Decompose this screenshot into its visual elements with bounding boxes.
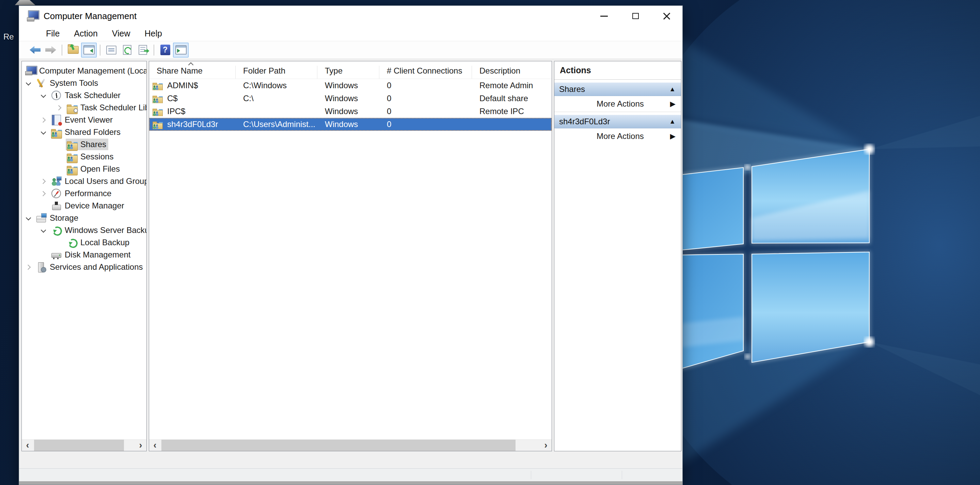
chevron-collapsed-icon[interactable] bbox=[41, 179, 46, 184]
close-button[interactable] bbox=[651, 6, 682, 26]
scroll-left-icon[interactable]: ‹ bbox=[22, 440, 33, 451]
tree-item-shared-folders[interactable]: Shared Folders bbox=[22, 126, 146, 138]
back-button[interactable] bbox=[27, 43, 43, 57]
chevron-expanded-icon[interactable] bbox=[41, 228, 46, 233]
scroll-left-icon[interactable]: ‹ bbox=[149, 440, 161, 451]
tree-item-task-scheduler[interactable]: Task Scheduler bbox=[22, 89, 146, 102]
menu-file[interactable]: File bbox=[39, 26, 67, 41]
actions-divider bbox=[554, 112, 681, 112]
minimize-button[interactable] bbox=[589, 6, 620, 26]
up-one-level-button[interactable] bbox=[65, 43, 81, 57]
tree-item-sessions[interactable]: Sessions bbox=[22, 151, 146, 163]
chevron-expanded-icon[interactable] bbox=[26, 81, 31, 86]
forward-icon bbox=[45, 46, 56, 54]
chevron-expanded-icon[interactable] bbox=[26, 216, 31, 221]
chevron-expanded-icon[interactable] bbox=[41, 130, 46, 135]
export-list-button[interactable] bbox=[135, 43, 151, 57]
recycle-bin-label[interactable]: Re bbox=[3, 32, 14, 41]
list-header: Share Name Folder Path Type # Client Con… bbox=[149, 61, 552, 79]
minimize-icon bbox=[600, 16, 608, 17]
tree-item-device-manager[interactable]: Device Manager bbox=[22, 200, 146, 212]
column-header-share-name[interactable]: Share Name bbox=[149, 66, 235, 79]
back-icon bbox=[30, 46, 41, 54]
refresh-button[interactable] bbox=[119, 43, 135, 57]
maximize-icon bbox=[632, 13, 639, 19]
properties-icon bbox=[106, 46, 116, 54]
tree-item-services-and-applications[interactable]: Services and Applications bbox=[22, 261, 146, 273]
chevron-placeholder bbox=[57, 240, 62, 245]
chevron-collapsed-icon[interactable] bbox=[26, 265, 31, 270]
computer-icon bbox=[25, 65, 36, 76]
window-bottom-edge bbox=[19, 481, 682, 485]
column-header-type[interactable]: Type bbox=[317, 66, 379, 79]
work-area: Computer Management (Local System Tools … bbox=[19, 59, 682, 468]
recycle-bin-icon-top[interactable] bbox=[13, 0, 37, 5]
share-row-sh4r3df0ld3r[interactable]: sh4r3dF0Ld3r C:\Users\Administ... Window… bbox=[149, 118, 552, 131]
list-horizontal-scrollbar[interactable]: ‹ › bbox=[149, 439, 552, 451]
show-hide-console-tree-button[interactable] bbox=[81, 43, 97, 57]
tree-item-disk-management[interactable]: Disk Management bbox=[22, 249, 146, 261]
share-row-ipc[interactable]: IPC$ Windows 0 Remote IPC bbox=[149, 105, 552, 118]
scroll-right-icon[interactable]: › bbox=[540, 440, 552, 451]
task-scheduler-icon bbox=[51, 90, 62, 101]
local-backup-icon bbox=[67, 237, 77, 248]
chevron-collapsed-icon[interactable] bbox=[41, 118, 46, 122]
windows-server-backup-icon bbox=[51, 225, 62, 236]
column-header-client-connections[interactable]: # Client Connections bbox=[379, 66, 472, 79]
chevron-collapsed-icon[interactable] bbox=[41, 191, 46, 196]
chevron-expanded-icon[interactable] bbox=[41, 93, 46, 98]
action-pane-icon bbox=[175, 45, 186, 54]
share-row-admin[interactable]: ADMIN$ C:\Windows Windows 0 Remote Admin bbox=[149, 79, 552, 92]
tree-horizontal-scrollbar[interactable]: ‹ › bbox=[22, 439, 146, 451]
menu-view[interactable]: View bbox=[105, 26, 138, 41]
local-users-and-groups-icon bbox=[51, 176, 62, 187]
sort-ascending-icon bbox=[188, 62, 193, 66]
tree-item-performance[interactable]: Performance bbox=[22, 187, 146, 200]
actions-group-sh4r3df0ld3r[interactable]: sh4r3dF0Ld3r ▲ bbox=[554, 115, 681, 129]
show-hide-action-pane-button[interactable] bbox=[173, 43, 189, 57]
tree-item-windows-server-backup[interactable]: Windows Server Backup bbox=[22, 224, 146, 236]
tree-item-system-tools[interactable]: System Tools bbox=[22, 77, 146, 89]
column-header-description[interactable]: Description bbox=[472, 66, 552, 79]
shares-more-actions[interactable]: More Actions ▶ bbox=[554, 96, 681, 112]
menu-action[interactable]: Action bbox=[67, 26, 105, 41]
scrollbar-thumb[interactable] bbox=[34, 440, 124, 451]
actions-group-shares[interactable]: Shares ▲ bbox=[554, 83, 681, 96]
menu-help[interactable]: Help bbox=[138, 26, 169, 41]
maximize-button[interactable] bbox=[620, 6, 651, 26]
chevron-collapsed-icon[interactable] bbox=[57, 105, 62, 110]
collapse-group-icon[interactable]: ▲ bbox=[669, 86, 676, 93]
collapse-group-icon[interactable]: ▲ bbox=[669, 118, 676, 125]
tree-item-local-backup[interactable]: Local Backup bbox=[22, 236, 146, 249]
share-icon bbox=[152, 120, 162, 129]
storage-icon bbox=[36, 213, 47, 223]
actions-pane: Actions Shares ▲ More Actions ▶ sh4r3dF0… bbox=[554, 61, 681, 451]
sessions-icon bbox=[67, 153, 77, 161]
title-bar[interactable]: Computer Management bbox=[19, 6, 682, 26]
status-bar-separator bbox=[622, 471, 622, 479]
scroll-right-icon[interactable]: › bbox=[135, 440, 146, 451]
computer-management-window: Computer Management File Action View Hel… bbox=[19, 5, 683, 485]
tree-item-task-scheduler-library[interactable]: Task Scheduler Libra bbox=[22, 102, 146, 114]
tree-item-local-users-and-groups[interactable]: Local Users and Groups bbox=[22, 175, 146, 187]
tree-item-open-files[interactable]: Open Files bbox=[22, 163, 146, 175]
sh4r3df0ld3r-more-actions[interactable]: More Actions ▶ bbox=[554, 129, 681, 144]
tree-item-shares[interactable]: Shares bbox=[22, 138, 146, 151]
help-button[interactable] bbox=[158, 43, 173, 57]
status-bar-separator bbox=[531, 471, 531, 479]
tree-item-computer-management[interactable]: Computer Management (Local bbox=[22, 65, 146, 77]
submenu-arrow-icon: ▶ bbox=[670, 100, 676, 108]
event-viewer-icon bbox=[51, 114, 62, 125]
share-row-c-drive[interactable]: C$ C:\ Windows 0 Default share bbox=[149, 92, 552, 105]
tree-item-storage[interactable]: Storage bbox=[22, 212, 146, 224]
properties-button[interactable] bbox=[103, 43, 119, 57]
column-header-folder-path[interactable]: Folder Path bbox=[235, 66, 317, 79]
forward-button[interactable] bbox=[43, 43, 59, 57]
device-manager-icon bbox=[51, 200, 62, 211]
chevron-placeholder bbox=[57, 142, 62, 147]
tree-item-event-viewer[interactable]: Event Viewer bbox=[22, 114, 146, 126]
up-one-level-icon bbox=[68, 46, 79, 54]
scrollbar-thumb[interactable] bbox=[161, 440, 515, 451]
help-icon bbox=[161, 45, 170, 55]
chevron-placeholder bbox=[41, 204, 46, 208]
